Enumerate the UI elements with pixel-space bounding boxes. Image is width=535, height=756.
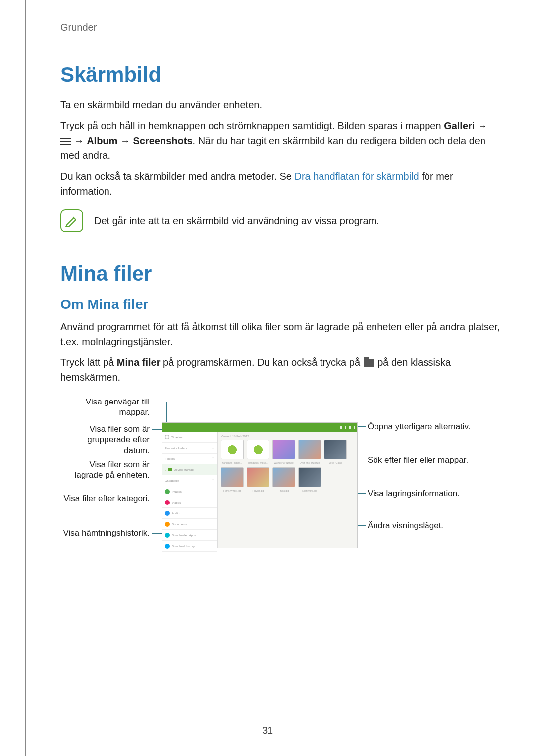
sidebar-cat-downloaded: Downloaded Apps — [162, 530, 217, 541]
section-heading-skarmbild: Skärmbild — [60, 63, 500, 87]
sidebar-categories: Categories⌃ — [162, 475, 217, 486]
paragraph: Tryck lätt på Mina filer på programskärm… — [60, 355, 500, 385]
header-storage-icon — [345, 426, 346, 429]
thumbnail — [298, 440, 321, 459]
section-heading-mina-filer: Mina filer — [60, 262, 500, 286]
note-block: Det går inte att ta en skärmbild vid anv… — [60, 209, 500, 232]
annotated-screenshot-diagram: Visa genvägar till mappar. Visa filer so… — [60, 397, 511, 562]
paragraph: Du kan också ta skärmbilder med andra me… — [60, 169, 500, 199]
header-more-icon — [354, 426, 355, 429]
thumbnail — [272, 467, 295, 487]
callout-right-1: Öppna ytterligare alternativ. — [368, 421, 472, 432]
page-number: 31 — [0, 725, 535, 736]
thumbnail — [272, 440, 295, 459]
paragraph: Använd programmet för att få åtkomst til… — [60, 319, 500, 349]
sidebar-folders: Folders⌃ — [162, 454, 217, 464]
breadcrumb: Grunder — [60, 22, 500, 33]
sidebar-timeline: Timeline — [162, 432, 217, 443]
callout-right-4: Ändra visningsläget. — [368, 520, 472, 531]
sidebar-cat-images: Images — [162, 486, 217, 497]
thumbnail — [324, 440, 347, 459]
sidebar-cat-audio: Audio — [162, 508, 217, 519]
paragraph: Ta en skärmbild medan du använder enhete… — [60, 98, 500, 112]
app-sidebar: Timeline Favourite folders⌄ Folders⌃ ›De… — [162, 432, 218, 548]
sidebar-device-storage: ›Device storage — [162, 464, 217, 475]
link-dra-handflatan[interactable]: Dra handflatan för skärmbild — [294, 171, 419, 182]
hamburger-icon — [60, 137, 71, 147]
callout-left-2: Visa filer som är grupperade efter datum… — [60, 424, 150, 455]
callout-right-2: Sök efter filer eller mappar. — [368, 455, 472, 465]
app-screenshot: Timeline Favourite folders⌄ Folders⌃ ›De… — [162, 422, 358, 548]
header-search-icon — [349, 426, 351, 429]
callout-left-3: Visa filer som är lagrade på enheten. — [60, 459, 150, 481]
app-content: Viewed: 16 Feb 2015 hangouts_incom... ha… — [218, 432, 357, 548]
sidebar-cat-videos: Videos — [162, 497, 217, 508]
callout-left-5: Visa hämtningshistorik. — [60, 528, 150, 538]
note-icon — [60, 209, 83, 232]
callout-left-1: Visa genvägar till mappar. — [60, 397, 150, 418]
thumbnail — [221, 467, 244, 487]
note-text: Det går inte att ta en skärmbild vid anv… — [94, 213, 379, 228]
sidebar-download-history: Download history — [162, 541, 217, 552]
thumbnail — [298, 467, 321, 487]
sidebar-cat-documents: Documents — [162, 519, 217, 530]
header-view-icon — [340, 426, 342, 429]
callout-right-3: Visa lagringsinformation. — [368, 488, 472, 499]
callout-left-4: Visa filer efter kategori. — [60, 493, 150, 504]
thumbnail — [221, 440, 244, 459]
subheading-om-mina-filer: Om Mina filer — [60, 297, 500, 312]
folder-icon — [364, 359, 374, 367]
sidebar-favorites: Favourite folders⌄ — [162, 443, 217, 454]
thumbnail — [247, 440, 269, 459]
app-header-bar — [162, 423, 357, 432]
thumbnail — [247, 467, 269, 487]
paragraph: Tryck på och håll in hemknappen och strö… — [60, 118, 500, 163]
